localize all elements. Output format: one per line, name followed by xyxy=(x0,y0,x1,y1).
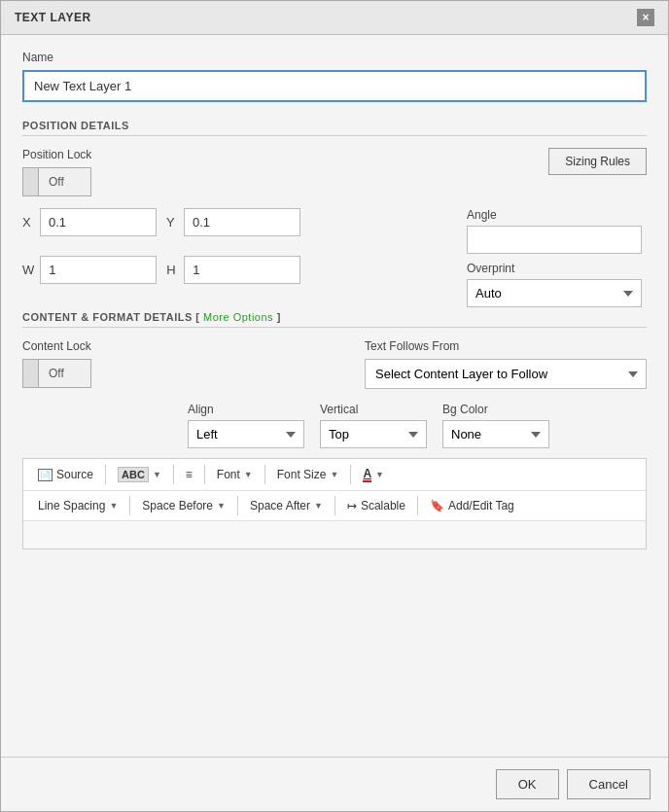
font-label: Font xyxy=(217,468,240,481)
abc-button[interactable]: ABC ▼ xyxy=(111,464,168,485)
font-color-arrow: ▼ xyxy=(375,470,384,479)
separator-2 xyxy=(173,465,174,484)
line-spacing-button[interactable]: Line Spacing ▼ xyxy=(31,496,124,515)
space-before-label: Space Before xyxy=(142,499,213,512)
source-icon: 📄 xyxy=(38,469,53,481)
xy-wh-col: X Y W H xyxy=(22,208,467,294)
w-field-group: W xyxy=(22,256,157,284)
content-lock-label: Content Lock xyxy=(22,339,91,353)
text-layer-dialog: TEXT LAYER × Name POSITION DETAILS Posit… xyxy=(0,0,669,812)
vertical-group: Vertical Top Middle Bottom xyxy=(320,403,427,448)
position-lock-label: Position Lock xyxy=(22,148,91,161)
align-label: Align xyxy=(188,403,304,416)
close-button[interactable]: × xyxy=(637,9,654,26)
separator-9 xyxy=(417,496,418,515)
angle-overprint-col: Angle Overprint Auto On Off xyxy=(467,208,647,307)
position-lock-area: Position Lock Off xyxy=(22,148,91,196)
position-section-header: POSITION DETAILS xyxy=(22,120,647,136)
abc-arrow: ▼ xyxy=(153,470,161,479)
overprint-select[interactable]: Auto On Off xyxy=(467,279,642,307)
h-label: H xyxy=(166,263,178,277)
xy-row: X Y xyxy=(22,208,467,236)
angle-label: Angle xyxy=(467,208,497,222)
line-spacing-label: Line Spacing xyxy=(38,499,105,512)
align-group: Align Left Center Right Justify xyxy=(188,403,304,448)
vertical-select[interactable]: Top Middle Bottom xyxy=(320,420,427,448)
toggle-off-label: Off xyxy=(39,175,74,189)
bgcolor-label: Bg Color xyxy=(442,403,549,416)
ok-button[interactable]: OK xyxy=(496,769,559,799)
font-color-icon: A xyxy=(363,467,371,482)
line-spacing-arrow: ▼ xyxy=(109,501,118,511)
dialog-header: TEXT LAYER × xyxy=(1,1,668,35)
name-input[interactable] xyxy=(22,70,647,102)
x-label: X xyxy=(22,215,34,229)
content-toggle-switch xyxy=(23,360,39,387)
dialog-title: TEXT LAYER xyxy=(15,11,91,24)
w-input[interactable] xyxy=(40,256,157,284)
font-button[interactable]: Font ▼ xyxy=(210,465,260,484)
source-label: Source xyxy=(56,468,93,481)
add-edit-tag-button[interactable]: 🔖 Add/Edit Tag xyxy=(423,496,521,515)
list-button[interactable]: ≡ xyxy=(179,465,199,484)
space-after-button[interactable]: Space After ▼ xyxy=(243,496,330,515)
source-button[interactable]: 📄 Source xyxy=(31,465,100,484)
text-follows-group: Text Follows From Select Content Layer t… xyxy=(365,339,647,389)
scalable-button[interactable]: ↦ Scalable xyxy=(340,496,412,515)
sizing-rules-button[interactable]: Sizing Rules xyxy=(548,148,647,175)
toolbar-row-2: Line Spacing ▼ Space Before ▼ Space Afte… xyxy=(23,491,646,521)
overprint-label: Overprint xyxy=(467,262,514,275)
separator-4 xyxy=(264,465,265,484)
separator-7 xyxy=(237,496,238,515)
font-size-label: Font Size xyxy=(277,468,327,481)
toolbar-area: 📄 Source ABC ▼ ≡ Font ▼ xyxy=(22,458,647,549)
position-lock-toggle[interactable]: Off xyxy=(22,167,91,196)
separator-8 xyxy=(334,496,335,515)
y-field-group: Y xyxy=(166,208,300,236)
separator-6 xyxy=(129,496,130,515)
add-edit-tag-label: Add/Edit Tag xyxy=(448,499,514,512)
angle-group: Angle xyxy=(467,208,647,254)
separator-3 xyxy=(204,465,205,484)
w-label: W xyxy=(22,263,34,277)
content-lock-area: Content Lock Off xyxy=(22,339,91,388)
position-coords-row: X Y W H xyxy=(22,208,647,307)
h-field-group: H xyxy=(166,256,300,284)
align-select[interactable]: Left Center Right Justify xyxy=(188,420,304,448)
dialog-footer: OK Cancel xyxy=(1,757,668,811)
wh-row: W H xyxy=(22,256,467,284)
align-vertical-row: Align Left Center Right Justify Vertical… xyxy=(188,403,647,448)
space-before-button[interactable]: Space Before ▼ xyxy=(135,496,232,515)
content-lock-toggle[interactable]: Off xyxy=(22,359,91,388)
more-options-link[interactable]: More Options xyxy=(203,311,273,323)
x-field-group: X xyxy=(22,208,157,236)
overprint-group: Overprint Auto On Off xyxy=(467,262,647,307)
toggle-switch xyxy=(23,168,39,195)
content-toggle-off-label: Off xyxy=(39,367,74,380)
content-section-header: CONTENT & FORMAT DETAILS [ More Options … xyxy=(22,311,647,328)
text-follows-label: Text Follows From xyxy=(365,339,647,353)
font-size-arrow: ▼ xyxy=(330,470,338,479)
separator-5 xyxy=(350,465,351,484)
y-label: Y xyxy=(166,215,178,229)
text-follows-select[interactable]: Select Content Layer to Follow xyxy=(365,359,647,389)
font-arrow: ▼ xyxy=(244,470,253,479)
font-color-button[interactable]: A ▼ xyxy=(356,464,391,485)
position-lock-row: Position Lock Off Sizing Rules xyxy=(22,148,647,196)
space-after-arrow: ▼ xyxy=(314,501,323,511)
toolbar-row-1: 📄 Source ABC ▼ ≡ Font ▼ xyxy=(23,459,646,491)
bgcolor-select[interactable]: None White Black xyxy=(442,420,549,448)
cancel-button[interactable]: Cancel xyxy=(567,769,651,799)
vertical-label: Vertical xyxy=(320,403,427,416)
angle-input[interactable] xyxy=(467,226,642,254)
dialog-body: Name POSITION DETAILS Position Lock Off … xyxy=(1,35,668,757)
separator-1 xyxy=(105,465,106,484)
tag-icon: 🔖 xyxy=(430,499,444,512)
bgcolor-group: Bg Color None White Black xyxy=(442,403,549,448)
space-after-label: Space After xyxy=(250,499,310,512)
x-input[interactable] xyxy=(40,208,157,236)
font-size-button[interactable]: Font Size ▼ xyxy=(270,465,346,484)
h-input[interactable] xyxy=(184,256,300,284)
abc-icon: ABC xyxy=(118,467,149,482)
y-input[interactable] xyxy=(184,208,300,236)
